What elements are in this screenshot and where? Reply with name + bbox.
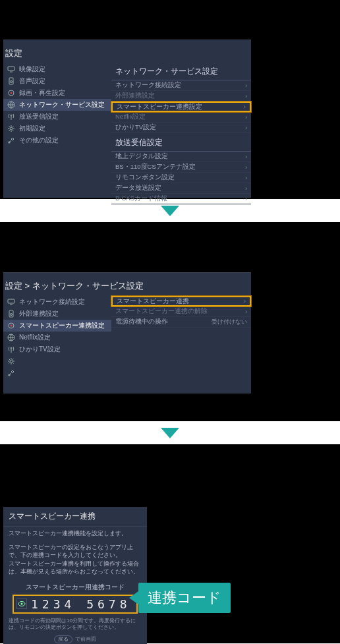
sidebar-item[interactable]: 放送受信設定 [3,111,111,123]
item-label: スマートスピーカー連携設定 [117,103,202,111]
item-label: Netflix設定 [115,113,146,121]
svg-rect-10 [8,299,14,303]
right-column: スマートスピーカー連携›スマートスピーカー連携の解除›電源待機中の操作受け付けな… [111,296,251,328]
chevron-right-icon: › [244,103,246,110]
sidebar-item-label: 放送受信設定 [19,112,59,121]
arrow-divider [0,421,340,444]
chevron-right-icon: › [245,93,247,100]
chevron-right-icon: › [245,308,247,315]
eye-icon [16,599,27,609]
chevron-right-icon: › [245,164,247,171]
chevron-right-icon: › [244,298,246,305]
sidebar-item[interactable]: 初期設定 [3,123,111,134]
menu-item[interactable]: リモコンボタン設定› [111,173,251,183]
sidebar-item[interactable]: Netflix設定 [3,332,111,343]
item-label: ひかりTV設定 [115,123,156,132]
sidebar-item[interactable]: ネットワーク・サービス設定 [3,99,111,111]
chevron-right-icon: › [245,114,247,121]
item-label: リモコンボタン設定 [115,173,175,182]
menu-item[interactable]: スマートスピーカー連携› [111,296,251,307]
svg-rect-0 [8,67,14,71]
antenna-icon [6,345,16,354]
sidebar-item[interactable]: 録画・再生設定 [3,87,111,99]
settings-screen-1: 設定 映像設定音声設定録画・再生設定ネットワーク・サービス設定放送受信設定初期設… [0,0,340,199]
sidebar-item[interactable]: ネットワーク接続設定 [3,296,111,308]
svg-point-7 [11,115,12,116]
item-label: 地上デジタル設定 [115,152,168,161]
menu-item[interactable]: Netflix設定› [111,112,251,123]
sidebar-item-label: 外部連携設定 [19,309,59,318]
gear-icon [6,124,16,133]
sidebar-item-empty [3,367,111,379]
sidebar-item-label: ネットワーク・サービス設定 [19,100,105,109]
sidebar-item[interactable]: その他の設定 [3,134,111,146]
screen-title: 設定 [5,47,22,59]
rec-icon [6,88,16,98]
item-label: データ放送設定 [115,184,161,192]
menu-item[interactable]: データ放送設定› [111,183,251,194]
code-digits: 1234 5678 [31,597,131,611]
code-box[interactable]: 1234 5678 [13,595,138,614]
chevron-right-icon: › [245,196,247,202]
svg-point-3 [11,81,13,83]
menu-item[interactable]: 電源待機中の操作受け付けない [111,317,251,328]
sidebar-item[interactable]: 映像設定 [3,63,111,75]
net-icon [6,100,16,109]
menu-item[interactable]: ネットワーク接続設定› [111,80,251,91]
item-label: BS・110度CSアンテナ設定 [115,163,196,171]
sidebar-item[interactable]: 外部連携設定 [3,308,111,320]
rec-icon [6,321,16,330]
item-label: スマートスピーカー連携 [117,297,189,306]
sidebar-item-label: 録画・再生設定 [19,88,65,98]
display-icon [6,297,16,307]
menu-item[interactable]: スマートスピーカー連携設定› [111,102,251,112]
code-note: 連携コードの有効期間は10分間です。再度発行するには、リモコンの決定ボタンを押し… [3,616,147,633]
sidebar-item[interactable]: スマートスピーカー連携設定 [3,320,111,332]
svg-point-18 [10,360,13,363]
sidebar-item[interactable]: ひかりTV設定 [3,343,111,355]
sidebar-item-label: 初期設定 [19,124,45,133]
gear-icon [6,357,16,366]
sidebar-item-label: 映像設定 [19,65,45,74]
item-label: B-CASカード情報 [115,194,167,203]
chevron-right-icon: › [245,154,247,160]
dialog-title: スマートスピーカー連携 [3,507,147,527]
item-label: スマートスピーカー連携の解除 [115,307,208,316]
menu-item[interactable]: ひかりTV設定› [111,123,251,133]
net-icon [6,333,16,342]
svg-point-13 [11,314,13,316]
chevron-right-icon: › [245,125,247,131]
footer-hint: 戻る で前画面 [3,635,147,643]
sidebar-item-label: Netflix設定 [19,333,51,342]
footer-text: で前画面 [75,636,96,642]
chevron-right-icon: › [245,175,247,181]
svg-point-15 [11,325,13,327]
svg-point-8 [10,127,13,130]
chevron-right-icon: › [245,82,247,89]
sidebar: ネットワーク接続設定外部連携設定スマートスピーカー連携設定Netflix設定ひか… [3,296,111,379]
chevron-right-icon: › [245,185,247,192]
menu-item[interactable]: BS・110度CSアンテナ設定› [111,162,251,173]
section-header: 放送受信設定 [111,134,251,152]
antenna-icon [6,112,16,121]
tools-icon [6,368,16,378]
speaker-icon [6,76,16,86]
display-icon [6,65,16,74]
item-label: ネットワーク接続設定 [115,81,181,90]
back-button[interactable]: 戻る [54,635,72,643]
menu-item[interactable]: 地上デジタル設定› [111,152,251,162]
sidebar-item-empty [3,355,111,367]
item-label: 電源待機中の操作 [115,318,168,326]
menu-item[interactable]: B-CASカード情報› [111,194,251,204]
svg-point-21 [21,603,23,605]
sidebar-item-label: ネットワーク接続設定 [19,297,85,307]
tools-icon [6,136,16,145]
sidebar-item[interactable]: 音声設定 [3,75,111,87]
sidebar-item-label: その他の設定 [19,136,59,145]
settings-screen-2: 設定 > ネットワーク・サービス設定 ネットワーク接続設定外部連携設定スマートス… [0,222,340,421]
callout-label: 連携コード [138,583,231,613]
menu-item[interactable]: 外部連携設定› [111,91,251,102]
menu-item[interactable]: スマートスピーカー連携の解除› [111,307,251,317]
breadcrumb: 設定 > ネットワーク・サービス設定 [5,280,144,292]
dialog-desc1: スマートスピーカー連携機能を設定します。 [3,527,147,541]
